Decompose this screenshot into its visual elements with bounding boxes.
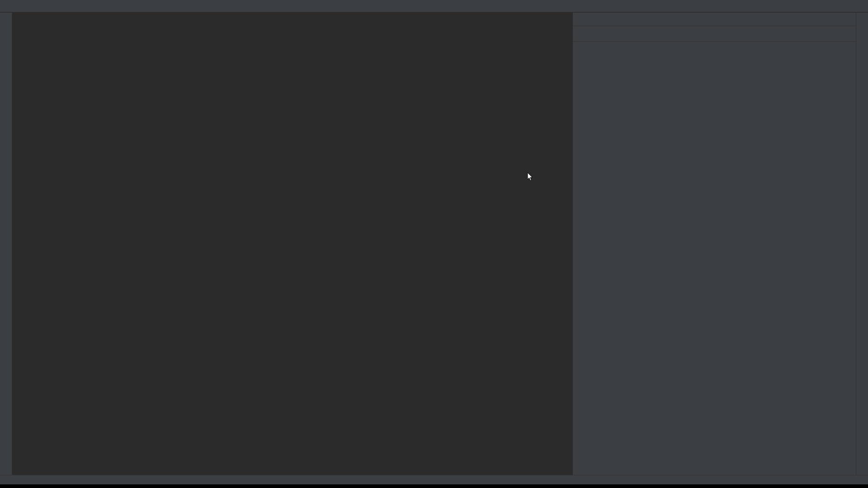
toolwindow-toolbar [573,26,856,42]
bottom-black-strip [0,484,868,488]
left-toolwindow-stripe [0,13,12,475]
status-bar [0,475,868,484]
ide-window [0,0,868,488]
editor-area[interactable] [13,13,572,475]
main-toolbar [0,0,868,12]
toolwindow-header [573,13,856,26]
zowe-explorer-toolwindow [573,13,856,475]
file-explorer-tree [573,42,856,475]
mouse-cursor [527,172,533,183]
right-toolwindow-stripe [856,13,868,475]
